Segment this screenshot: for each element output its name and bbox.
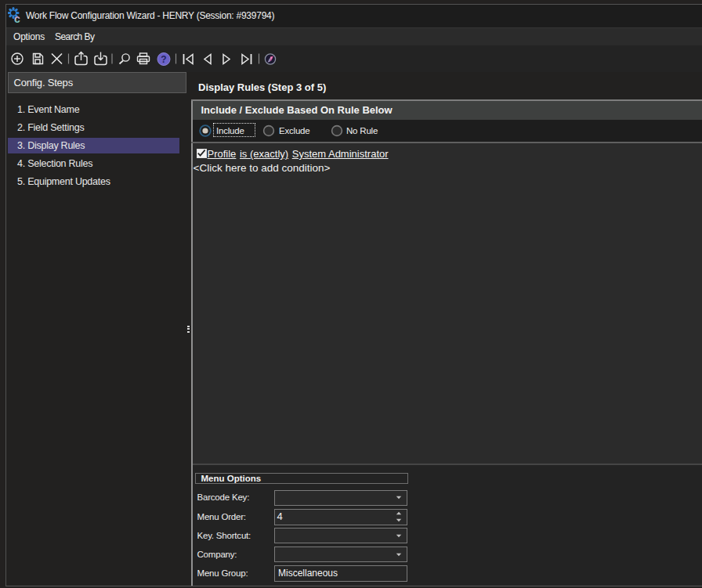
- svg-text:c: c: [14, 13, 20, 24]
- svg-text:?: ?: [161, 54, 166, 65]
